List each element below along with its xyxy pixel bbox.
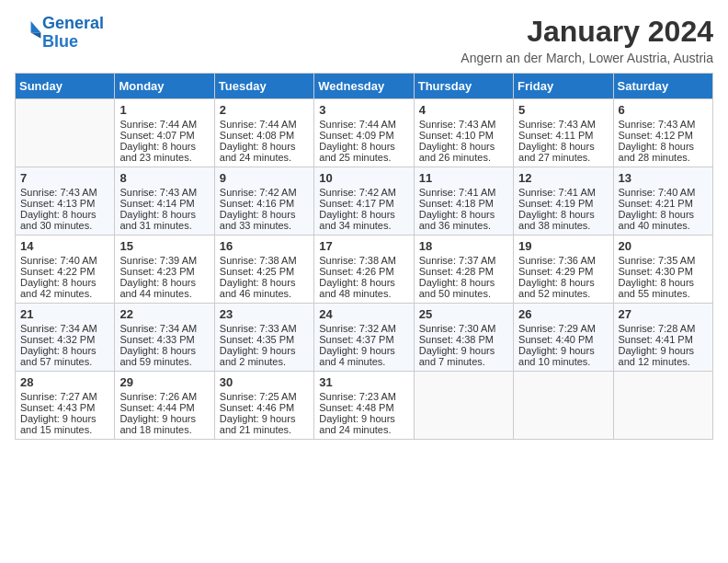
header-friday: Friday xyxy=(514,74,613,99)
header-thursday: Thursday xyxy=(414,74,513,99)
day-number: 14 xyxy=(20,239,109,253)
sunset-text: Sunset: 4:37 PM xyxy=(319,334,393,345)
sunset-text: Sunset: 4:25 PM xyxy=(220,266,294,277)
day-number: 22 xyxy=(119,307,209,321)
day-cell: 21 Sunrise: 7:34 AM Sunset: 4:32 PM Dayl… xyxy=(16,304,115,372)
day-cell: 30 Sunrise: 7:25 AM Sunset: 4:46 PM Dayl… xyxy=(214,372,313,440)
day-number: 10 xyxy=(319,171,408,185)
daylight-text: Daylight: 8 hours and 23 minutes. xyxy=(119,141,196,163)
day-number: 11 xyxy=(419,171,508,185)
logo-line1: General xyxy=(42,14,104,32)
daylight-text: Daylight: 9 hours and 18 minutes. xyxy=(119,413,196,435)
sunrise-text: Sunrise: 7:34 AM xyxy=(119,323,197,334)
calendar-header: SundayMondayTuesdayWednesdayThursdayFrid… xyxy=(16,74,713,99)
sunset-text: Sunset: 4:21 PM xyxy=(619,198,693,209)
daylight-text: Daylight: 8 hours and 40 minutes. xyxy=(619,209,695,231)
daylight-text: Daylight: 8 hours and 24 minutes. xyxy=(220,141,296,163)
sunset-text: Sunset: 4:43 PM xyxy=(20,402,95,413)
sunrise-text: Sunrise: 7:33 AM xyxy=(220,323,297,334)
sunrise-text: Sunrise: 7:34 AM xyxy=(20,323,97,334)
sunrise-text: Sunrise: 7:43 AM xyxy=(20,187,97,198)
day-number: 9 xyxy=(220,171,309,185)
day-cell: 18 Sunrise: 7:37 AM Sunset: 4:28 PM Dayl… xyxy=(414,236,513,304)
logo: General Blue xyxy=(15,15,104,52)
daylight-text: Daylight: 8 hours and 25 minutes. xyxy=(319,141,395,163)
sunrise-text: Sunrise: 7:43 AM xyxy=(119,187,197,198)
logo-text: General Blue xyxy=(42,15,104,52)
daylight-text: Daylight: 8 hours and 38 minutes. xyxy=(518,209,595,231)
day-cell: 6 Sunrise: 7:43 AM Sunset: 4:12 PM Dayli… xyxy=(613,99,712,167)
day-cell: 26 Sunrise: 7:29 AM Sunset: 4:40 PM Dayl… xyxy=(514,304,613,372)
daylight-text: Daylight: 9 hours and 10 minutes. xyxy=(518,345,595,367)
sunrise-text: Sunrise: 7:27 AM xyxy=(20,391,97,402)
day-number: 19 xyxy=(518,239,608,253)
sunset-text: Sunset: 4:18 PM xyxy=(419,198,494,209)
day-cell: 24 Sunrise: 7:32 AM Sunset: 4:37 PM Dayl… xyxy=(314,304,414,372)
daylight-text: Daylight: 8 hours and 57 minutes. xyxy=(20,345,97,367)
sunset-text: Sunset: 4:32 PM xyxy=(20,334,95,345)
daylight-text: Daylight: 8 hours and 27 minutes. xyxy=(518,141,595,163)
day-cell: 16 Sunrise: 7:38 AM Sunset: 4:25 PM Dayl… xyxy=(214,236,313,304)
day-cell: 12 Sunrise: 7:41 AM Sunset: 4:19 PM Dayl… xyxy=(514,167,613,236)
day-cell: 4 Sunrise: 7:43 AM Sunset: 4:10 PM Dayli… xyxy=(414,99,513,167)
day-number: 23 xyxy=(220,307,309,321)
header-wednesday: Wednesday xyxy=(314,74,414,99)
sunrise-text: Sunrise: 7:44 AM xyxy=(220,119,297,130)
svg-marker-1 xyxy=(31,32,41,38)
sunset-text: Sunset: 4:28 PM xyxy=(419,266,494,277)
daylight-text: Daylight: 9 hours and 2 minutes. xyxy=(220,345,296,367)
day-cell: 8 Sunrise: 7:43 AM Sunset: 4:14 PM Dayli… xyxy=(115,167,214,236)
day-number: 31 xyxy=(319,375,408,389)
calendar: SundayMondayTuesdayWednesdayThursdayFrid… xyxy=(15,73,713,440)
sunset-text: Sunset: 4:33 PM xyxy=(119,334,194,345)
day-cell xyxy=(16,99,115,167)
daylight-text: Daylight: 8 hours and 55 minutes. xyxy=(619,277,695,299)
day-cell xyxy=(514,372,613,440)
daylight-text: Daylight: 9 hours and 7 minutes. xyxy=(419,345,495,367)
day-cell: 19 Sunrise: 7:36 AM Sunset: 4:29 PM Dayl… xyxy=(514,236,613,304)
daylight-text: Daylight: 9 hours and 15 minutes. xyxy=(20,413,97,435)
sunrise-text: Sunrise: 7:38 AM xyxy=(220,255,297,266)
week-row-4: 28 Sunrise: 7:27 AM Sunset: 4:43 PM Dayl… xyxy=(16,372,713,440)
daylight-text: Daylight: 8 hours and 44 minutes. xyxy=(119,277,196,299)
sunset-text: Sunset: 4:07 PM xyxy=(119,130,194,141)
sunrise-text: Sunrise: 7:35 AM xyxy=(619,255,696,266)
day-cell: 25 Sunrise: 7:30 AM Sunset: 4:38 PM Dayl… xyxy=(414,304,513,372)
sunset-text: Sunset: 4:41 PM xyxy=(619,334,693,345)
sunrise-text: Sunrise: 7:29 AM xyxy=(518,323,596,334)
day-number: 30 xyxy=(220,375,309,389)
title-block: January 2024 Angern an der March, Lower … xyxy=(461,15,713,65)
day-cell: 17 Sunrise: 7:38 AM Sunset: 4:26 PM Dayl… xyxy=(314,236,414,304)
day-number: 21 xyxy=(20,307,109,321)
day-cell: 9 Sunrise: 7:42 AM Sunset: 4:16 PM Dayli… xyxy=(214,167,313,236)
day-cell: 2 Sunrise: 7:44 AM Sunset: 4:08 PM Dayli… xyxy=(214,99,313,167)
week-row-0: 1 Sunrise: 7:44 AM Sunset: 4:07 PM Dayli… xyxy=(16,99,713,167)
sunset-text: Sunset: 4:17 PM xyxy=(319,198,393,209)
sunset-text: Sunset: 4:46 PM xyxy=(220,402,294,413)
day-cell: 20 Sunrise: 7:35 AM Sunset: 4:30 PM Dayl… xyxy=(613,236,712,304)
daylight-text: Daylight: 8 hours and 31 minutes. xyxy=(119,209,196,231)
day-cell: 28 Sunrise: 7:27 AM Sunset: 4:43 PM Dayl… xyxy=(16,372,115,440)
day-cell: 1 Sunrise: 7:44 AM Sunset: 4:07 PM Dayli… xyxy=(115,99,214,167)
day-number: 24 xyxy=(319,307,408,321)
sunset-text: Sunset: 4:09 PM xyxy=(319,130,393,141)
sunset-text: Sunset: 4:19 PM xyxy=(518,198,593,209)
day-number: 29 xyxy=(119,375,209,389)
sunset-text: Sunset: 4:13 PM xyxy=(20,198,95,209)
sunset-text: Sunset: 4:23 PM xyxy=(119,266,194,277)
day-number: 1 xyxy=(119,103,209,117)
day-cell: 14 Sunrise: 7:40 AM Sunset: 4:22 PM Dayl… xyxy=(16,236,115,304)
daylight-text: Daylight: 8 hours and 59 minutes. xyxy=(119,345,196,367)
day-number: 5 xyxy=(518,103,608,117)
sunrise-text: Sunrise: 7:43 AM xyxy=(619,119,696,130)
sunrise-text: Sunrise: 7:40 AM xyxy=(619,187,696,198)
sunrise-text: Sunrise: 7:43 AM xyxy=(419,119,496,130)
sunset-text: Sunset: 4:30 PM xyxy=(619,266,693,277)
day-number: 28 xyxy=(20,375,109,389)
day-cell: 29 Sunrise: 7:26 AM Sunset: 4:44 PM Dayl… xyxy=(115,372,214,440)
day-cell: 31 Sunrise: 7:23 AM Sunset: 4:48 PM Dayl… xyxy=(314,372,414,440)
daylight-text: Daylight: 9 hours and 4 minutes. xyxy=(319,345,395,367)
sunrise-text: Sunrise: 7:36 AM xyxy=(518,255,596,266)
week-row-3: 21 Sunrise: 7:34 AM Sunset: 4:32 PM Dayl… xyxy=(16,304,713,372)
calendar-body: 1 Sunrise: 7:44 AM Sunset: 4:07 PM Dayli… xyxy=(16,99,713,440)
